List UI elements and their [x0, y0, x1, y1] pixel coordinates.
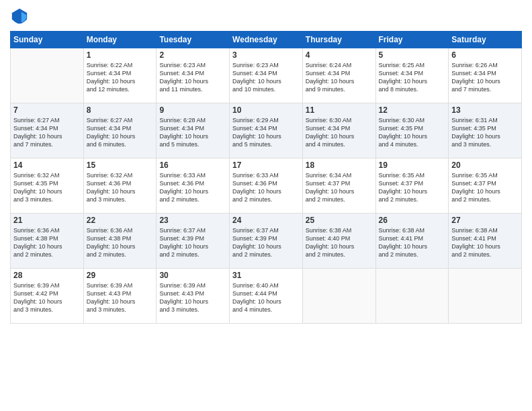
- day-number: 1: [87, 50, 154, 60]
- calendar-cell: 23Sunrise: 6:37 AM Sunset: 4:39 PM Dayli…: [157, 214, 230, 269]
- calendar-cell: 2Sunrise: 6:23 AM Sunset: 4:34 PM Daylig…: [157, 48, 230, 103]
- calendar-cell: 30Sunrise: 6:39 AM Sunset: 4:43 PM Dayli…: [157, 269, 230, 324]
- day-number: 23: [159, 216, 226, 225]
- day-info: Sunrise: 6:37 AM Sunset: 4:39 PM Dayligh…: [159, 226, 226, 259]
- day-number: 17: [232, 161, 300, 170]
- day-info: Sunrise: 6:37 AM Sunset: 4:39 PM Dayligh…: [232, 226, 300, 259]
- day-info: Sunrise: 6:33 AM Sunset: 4:36 PM Dayligh…: [232, 171, 300, 204]
- calendar-cell: 21Sunrise: 6:36 AM Sunset: 4:38 PM Dayli…: [11, 214, 84, 269]
- calendar-cell: 26Sunrise: 6:38 AM Sunset: 4:41 PM Dayli…: [375, 214, 449, 269]
- header-monday: Monday: [83, 32, 157, 48]
- day-info: Sunrise: 6:34 AM Sunset: 4:37 PM Dayligh…: [306, 171, 373, 204]
- calendar-cell: 14Sunrise: 6:32 AM Sunset: 4:35 PM Dayli…: [11, 158, 84, 214]
- logo-icon: [10, 7, 29, 26]
- calendar-cell: 28Sunrise: 6:39 AM Sunset: 4:42 PM Dayli…: [11, 269, 84, 324]
- day-info: Sunrise: 6:33 AM Sunset: 4:36 PM Dayligh…: [159, 171, 226, 204]
- calendar-cell: 19Sunrise: 6:35 AM Sunset: 4:37 PM Dayli…: [375, 158, 449, 214]
- calendar-cell: 12Sunrise: 6:30 AM Sunset: 4:35 PM Dayli…: [375, 103, 449, 158]
- day-info: Sunrise: 6:32 AM Sunset: 4:36 PM Dayligh…: [87, 171, 154, 204]
- day-info: Sunrise: 6:38 AM Sunset: 4:41 PM Dayligh…: [451, 226, 519, 259]
- calendar-cell: 10Sunrise: 6:29 AM Sunset: 4:34 PM Dayli…: [230, 103, 303, 158]
- day-number: 8: [87, 105, 154, 115]
- day-number: 9: [159, 105, 226, 115]
- calendar-cell: 29Sunrise: 6:39 AM Sunset: 4:43 PM Dayli…: [83, 269, 157, 324]
- calendar-cell: 11Sunrise: 6:30 AM Sunset: 4:34 PM Dayli…: [302, 103, 375, 158]
- day-info: Sunrise: 6:38 AM Sunset: 4:40 PM Dayligh…: [306, 226, 373, 259]
- day-number: 14: [13, 161, 81, 170]
- day-info: Sunrise: 6:26 AM Sunset: 4:34 PM Dayligh…: [451, 61, 519, 94]
- day-info: Sunrise: 6:35 AM Sunset: 4:37 PM Dayligh…: [451, 171, 519, 204]
- day-number: 28: [13, 271, 81, 280]
- calendar-cell: [11, 48, 84, 103]
- calendar-week-row: 14Sunrise: 6:32 AM Sunset: 4:35 PM Dayli…: [11, 158, 522, 214]
- day-number: 31: [232, 271, 300, 280]
- day-number: 11: [306, 105, 373, 115]
- logo: [10, 7, 32, 26]
- day-info: Sunrise: 6:22 AM Sunset: 4:34 PM Dayligh…: [87, 61, 154, 94]
- day-info: Sunrise: 6:25 AM Sunset: 4:34 PM Dayligh…: [379, 61, 446, 94]
- calendar-cell: 16Sunrise: 6:33 AM Sunset: 4:36 PM Dayli…: [157, 158, 230, 214]
- header: [10, 7, 522, 26]
- calendar-cell: [302, 269, 375, 324]
- calendar-cell: 4Sunrise: 6:24 AM Sunset: 4:34 PM Daylig…: [302, 48, 375, 103]
- calendar-cell: 27Sunrise: 6:38 AM Sunset: 4:41 PM Dayli…: [449, 214, 522, 269]
- calendar-cell: 22Sunrise: 6:36 AM Sunset: 4:38 PM Dayli…: [83, 214, 157, 269]
- day-number: 22: [87, 216, 154, 225]
- day-number: 24: [232, 216, 300, 225]
- calendar-table: SundayMondayTuesdayWednesdayThursdayFrid…: [10, 31, 522, 324]
- calendar-cell: 18Sunrise: 6:34 AM Sunset: 4:37 PM Dayli…: [302, 158, 375, 214]
- calendar-week-row: 7Sunrise: 6:27 AM Sunset: 4:34 PM Daylig…: [11, 103, 522, 158]
- calendar-cell: 31Sunrise: 6:40 AM Sunset: 4:44 PM Dayli…: [230, 269, 303, 324]
- calendar-cell: 3Sunrise: 6:23 AM Sunset: 4:34 PM Daylig…: [230, 48, 303, 103]
- calendar-cell: 13Sunrise: 6:31 AM Sunset: 4:35 PM Dayli…: [449, 103, 522, 158]
- day-info: Sunrise: 6:32 AM Sunset: 4:35 PM Dayligh…: [13, 171, 81, 204]
- calendar-cell: [375, 269, 449, 324]
- day-info: Sunrise: 6:30 AM Sunset: 4:34 PM Dayligh…: [306, 116, 373, 149]
- day-info: Sunrise: 6:35 AM Sunset: 4:37 PM Dayligh…: [379, 171, 446, 204]
- day-number: 25: [306, 216, 373, 225]
- day-info: Sunrise: 6:39 AM Sunset: 4:43 PM Dayligh…: [159, 281, 226, 314]
- day-info: Sunrise: 6:31 AM Sunset: 4:35 PM Dayligh…: [451, 116, 519, 149]
- day-number: 26: [379, 216, 446, 225]
- day-number: 5: [379, 50, 446, 60]
- day-info: Sunrise: 6:38 AM Sunset: 4:41 PM Dayligh…: [379, 226, 446, 259]
- day-number: 4: [306, 50, 373, 60]
- day-number: 18: [306, 161, 373, 170]
- calendar-cell: 9Sunrise: 6:28 AM Sunset: 4:34 PM Daylig…: [157, 103, 230, 158]
- calendar-cell: 1Sunrise: 6:22 AM Sunset: 4:34 PM Daylig…: [83, 48, 157, 103]
- day-number: 15: [87, 161, 154, 170]
- day-info: Sunrise: 6:30 AM Sunset: 4:35 PM Dayligh…: [379, 116, 446, 149]
- day-info: Sunrise: 6:40 AM Sunset: 4:44 PM Dayligh…: [232, 281, 300, 314]
- calendar-cell: 24Sunrise: 6:37 AM Sunset: 4:39 PM Dayli…: [230, 214, 303, 269]
- calendar-cell: 15Sunrise: 6:32 AM Sunset: 4:36 PM Dayli…: [83, 158, 157, 214]
- day-info: Sunrise: 6:29 AM Sunset: 4:34 PM Dayligh…: [232, 116, 300, 149]
- header-sunday: Sunday: [11, 32, 84, 48]
- day-number: 6: [451, 50, 519, 60]
- day-number: 12: [379, 105, 446, 115]
- day-info: Sunrise: 6:39 AM Sunset: 4:43 PM Dayligh…: [87, 281, 154, 314]
- day-info: Sunrise: 6:36 AM Sunset: 4:38 PM Dayligh…: [87, 226, 154, 259]
- day-number: 20: [451, 161, 519, 170]
- header-thursday: Thursday: [302, 32, 375, 48]
- header-friday: Friday: [375, 32, 449, 48]
- calendar-cell: [449, 269, 522, 324]
- day-number: 3: [232, 50, 300, 60]
- calendar-cell: 25Sunrise: 6:38 AM Sunset: 4:40 PM Dayli…: [302, 214, 375, 269]
- day-info: Sunrise: 6:36 AM Sunset: 4:38 PM Dayligh…: [13, 226, 81, 259]
- calendar-cell: 6Sunrise: 6:26 AM Sunset: 4:34 PM Daylig…: [449, 48, 522, 103]
- day-info: Sunrise: 6:23 AM Sunset: 4:34 PM Dayligh…: [232, 61, 300, 94]
- day-info: Sunrise: 6:23 AM Sunset: 4:34 PM Dayligh…: [159, 61, 226, 94]
- header-saturday: Saturday: [449, 32, 522, 48]
- day-number: 7: [13, 105, 81, 115]
- day-number: 21: [13, 216, 81, 225]
- page: SundayMondayTuesdayWednesdayThursdayFrid…: [0, 0, 532, 411]
- header-wednesday: Wednesday: [230, 32, 303, 48]
- day-info: Sunrise: 6:27 AM Sunset: 4:34 PM Dayligh…: [87, 116, 154, 149]
- calendar-week-row: 28Sunrise: 6:39 AM Sunset: 4:42 PM Dayli…: [11, 269, 522, 324]
- day-number: 10: [232, 105, 300, 115]
- calendar-week-row: 21Sunrise: 6:36 AM Sunset: 4:38 PM Dayli…: [11, 214, 522, 269]
- calendar-header-row: SundayMondayTuesdayWednesdayThursdayFrid…: [11, 32, 522, 48]
- day-info: Sunrise: 6:24 AM Sunset: 4:34 PM Dayligh…: [306, 61, 373, 94]
- day-info: Sunrise: 6:27 AM Sunset: 4:34 PM Dayligh…: [13, 116, 81, 149]
- calendar-cell: 17Sunrise: 6:33 AM Sunset: 4:36 PM Dayli…: [230, 158, 303, 214]
